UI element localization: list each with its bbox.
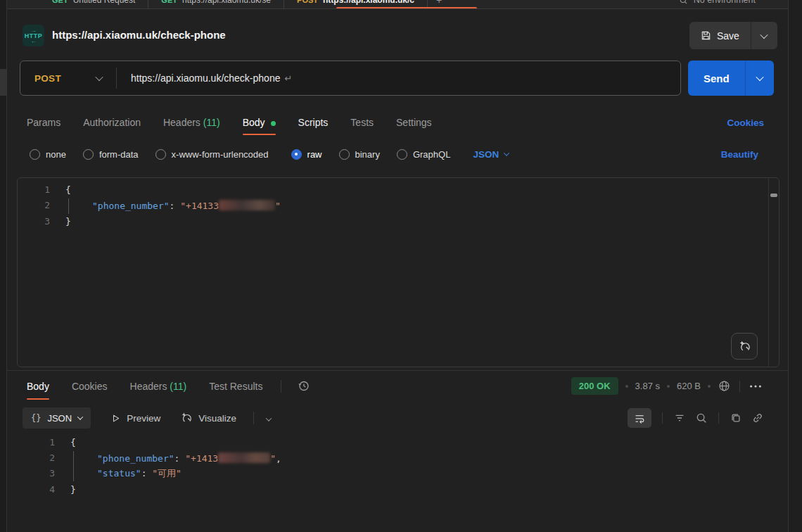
line-number: 2 [18, 200, 50, 210]
response-meta: 200 OK 3.87 s 620 B [571, 377, 763, 395]
tab-method-badge: GET [161, 0, 177, 4]
headers-count-badge: (11) [170, 381, 186, 392]
indent-guide [68, 198, 69, 214]
copy-response-button[interactable] [730, 412, 742, 424]
line-number: 1 [17, 437, 55, 448]
tab-authorization[interactable]: Authorization [83, 108, 141, 137]
code-line: 1 { [18, 182, 768, 198]
radio-icon [397, 149, 407, 160]
tab-tests[interactable]: Tests [350, 108, 374, 137]
response-tab-headers[interactable]: Headers (11) [130, 372, 187, 401]
response-tab-body[interactable]: Body [27, 372, 49, 401]
tab-params[interactable]: Params [27, 108, 61, 137]
request-tab-strip: GET Untitled Request GET https://api.xia… [7, 0, 788, 9]
redacted-phone-value [219, 200, 275, 210]
divider [253, 412, 254, 424]
response-tab-cookies[interactable]: Cookies [72, 372, 108, 401]
editor-scrollbar[interactable] [768, 178, 779, 367]
format-label: JSON [473, 149, 499, 160]
url-input[interactable]: https://api.xiaomu.uk/check-phone [117, 72, 280, 84]
response-history-button[interactable] [297, 379, 310, 393]
radio-icon [155, 149, 166, 160]
word-wrap-icon [634, 412, 646, 424]
history-clock-icon [297, 379, 310, 393]
radio-icon [30, 149, 40, 160]
tab-method-badge: GET [52, 0, 68, 4]
headers-count-badge: (11) [203, 117, 220, 128]
method-label: POST [34, 73, 61, 84]
body-content-dot [271, 121, 276, 126]
line-number: 3 [17, 468, 55, 479]
response-size[interactable]: 620 B [677, 381, 701, 391]
line-number: 4 [17, 484, 55, 495]
ellipsis-icon [749, 380, 763, 393]
link-icon [751, 412, 764, 424]
visualize-options-button[interactable] [267, 412, 271, 424]
scrollbar-thumb[interactable] [770, 194, 777, 197]
body-type-binary[interactable]: binary [339, 149, 380, 160]
play-icon [110, 413, 121, 424]
body-type-urlencoded[interactable]: x-www-form-urlencoded [155, 149, 269, 160]
code-line: 3 "status": "可用" [17, 466, 779, 481]
divider [662, 412, 663, 424]
right-sidebar-sliver [788, 0, 802, 532]
request-body-editor[interactable]: 1 { 2 "phone_number": "+14133" 3 } [17, 177, 779, 367]
raw-format-dropdown[interactable]: JSON [473, 149, 509, 160]
response-body-viewer[interactable]: 1 { 2 "phone_number": "+1413", 3 "status… [17, 434, 779, 532]
body-type-graphql[interactable]: GraphQL [397, 149, 450, 160]
tab-scripts[interactable]: Scripts [298, 108, 329, 137]
visualize-button[interactable]: Visualize [180, 412, 236, 424]
response-more-options-button[interactable] [749, 380, 763, 393]
line-number: 3 [18, 216, 50, 227]
response-time[interactable]: 3.87 s [635, 381, 660, 391]
body-type-raw[interactable]: raw [291, 149, 322, 160]
environment-label: No environment [694, 0, 756, 5]
send-button[interactable]: Send [688, 61, 745, 96]
postman-window: GET Untitled Request GET https://api.xia… [0, 0, 802, 532]
request-tab-1[interactable]: GET Untitled Request [39, 0, 148, 9]
line-number: 1 [18, 184, 50, 195]
response-format-dropdown[interactable]: {} JSON [23, 407, 91, 429]
method-selector[interactable]: POST [20, 73, 116, 84]
word-wrap-button[interactable] [628, 408, 651, 428]
chevron-down-icon [756, 73, 763, 81]
postbot-button[interactable] [731, 333, 758, 360]
cookies-link[interactable]: Cookies [727, 118, 764, 128]
tab-headers[interactable]: Headers (11) [163, 108, 220, 137]
divider [718, 412, 719, 424]
response-tab-test-results[interactable]: Test Results [209, 372, 262, 401]
request-section-tabs: Params Authorization Headers (11) Body S… [7, 107, 788, 138]
beautify-link[interactable]: Beautify [721, 149, 758, 160]
search-icon [679, 0, 688, 5]
search-button[interactable] [695, 412, 708, 424]
new-tab-button[interactable]: + [428, 0, 450, 6]
network-info-button[interactable] [718, 379, 731, 393]
body-type-none[interactable]: none [30, 149, 66, 160]
radio-icon [339, 149, 350, 160]
preview-button[interactable]: Preview [110, 413, 160, 424]
code-line: 3 } [18, 213, 768, 229]
link-button[interactable] [751, 412, 764, 424]
save-options-button[interactable] [751, 22, 777, 49]
body-type-form-data[interactable]: form-data [83, 149, 139, 160]
url-row: POST https://api.xiaomu.uk/check-phone ↵… [7, 56, 788, 100]
status-badge[interactable]: 200 OK [571, 377, 618, 395]
save-icon [701, 30, 711, 41]
environment-selector[interactable]: No environment [679, 0, 756, 9]
code-line: 2 "phone_number": "+14133" [18, 198, 768, 214]
http-request-icon: → HTTP → [23, 25, 44, 46]
request-header: → HTTP → https://api.xiaomu.uk/check-pho… [7, 10, 788, 56]
tab-settings[interactable]: Settings [396, 108, 432, 137]
save-label: Save [717, 30, 739, 42]
save-button[interactable]: Save [689, 22, 751, 49]
send-label: Send [704, 72, 730, 84]
request-tab-2[interactable]: GET https://api.xiaomu.uk/se [148, 0, 284, 9]
dot-separator [708, 385, 711, 388]
tab-body[interactable]: Body [243, 108, 276, 137]
sidebar-drag-handle[interactable] [0, 69, 7, 96]
visualize-sparkle-icon [180, 412, 193, 424]
copy-icon [730, 412, 742, 424]
filter-button[interactable] [673, 412, 686, 424]
send-options-button[interactable] [745, 61, 774, 96]
postbot-sparkle-icon [738, 340, 751, 353]
